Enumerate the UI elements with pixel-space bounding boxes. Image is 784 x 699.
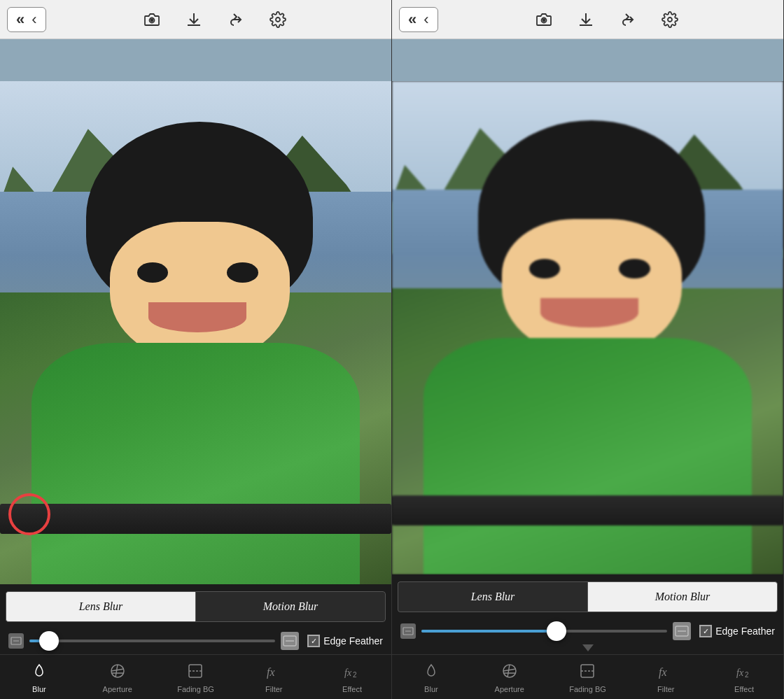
svg-point-18: [668, 17, 672, 22]
slider-icon-small-right: [400, 623, 416, 639]
svg-line-8: [115, 665, 118, 677]
svg-point-2: [276, 17, 280, 22]
filter-icon-right: fx: [657, 662, 675, 683]
nav-fadingbg-left[interactable]: Fading BG: [157, 659, 235, 696]
lens-blur-btn-right[interactable]: Lens Blur: [398, 581, 587, 612]
camera-icon-right[interactable]: [533, 10, 555, 29]
slider-fill-right: [421, 630, 556, 633]
motion-blur-btn-left[interactable]: Motion Blur: [195, 591, 386, 622]
effect-icon-left: fx 2: [343, 662, 361, 683]
top-bar-center-left: [46, 10, 384, 29]
blur-type-row-left: Lens Blur Motion Blur: [6, 591, 386, 622]
fadingbg-icon-right: [578, 662, 596, 683]
edge-feather-checkbox-left[interactable]: ✓: [307, 635, 320, 647]
left-panel: « ‹: [0, 0, 392, 699]
camera-icon-left[interactable]: [141, 10, 163, 29]
nav-fadingbg-right[interactable]: Fading BG: [549, 659, 627, 696]
slider-row-left: ✓ Edge Feather: [0, 628, 391, 654]
nav-effect-right[interactable]: fx 2 Effect: [705, 659, 783, 696]
svg-text:fx: fx: [267, 666, 275, 679]
svg-text:fx: fx: [736, 668, 744, 678]
grey-top-right: [392, 39, 783, 81]
image-right: [392, 81, 783, 574]
nav-aperture-right[interactable]: Aperture: [470, 659, 549, 696]
svg-text:fx: fx: [659, 666, 667, 679]
svg-line-25: [503, 669, 516, 671]
edge-feather-text-right: Edge Feather: [715, 626, 775, 637]
back-double-left[interactable]: «: [13, 9, 27, 30]
edge-feather-text-left: Edge Feather: [323, 635, 383, 647]
effect-label-left: Effect: [342, 685, 362, 693]
back-single-right[interactable]: ‹: [421, 9, 431, 30]
slider-row-right: ✓ Edge Feather: [392, 618, 783, 644]
slider-icon-large-right: [673, 622, 691, 640]
nav-group-right: « ‹: [399, 7, 438, 32]
svg-line-9: [111, 669, 124, 671]
svg-text:fx: fx: [344, 668, 352, 678]
blur-label-right: Blur: [424, 685, 438, 693]
effect-icon-right: fx 2: [735, 662, 753, 683]
settings-icon-right[interactable]: [659, 10, 681, 29]
edge-feather-label-right: ✓ Edge Feather: [699, 625, 775, 637]
aperture-icon-right: [500, 662, 519, 683]
slider-icon-small-left: [8, 633, 24, 649]
aperture-label-left: Aperture: [103, 685, 132, 693]
svg-line-24: [507, 665, 510, 677]
top-bar-center-right: [438, 10, 776, 29]
arrow-down-icon: [582, 644, 594, 651]
fadingbg-label-right: Fading BG: [569, 685, 606, 693]
top-bar-left: « ‹: [0, 0, 391, 39]
svg-text:2: 2: [353, 671, 357, 679]
filter-label-right: Filter: [657, 685, 674, 693]
bottom-nav-right: Blur Aperture: [392, 654, 783, 699]
blur-type-row-right: Lens Blur Motion Blur: [398, 581, 778, 612]
nav-blur-right[interactable]: Blur: [392, 659, 470, 696]
photo-canvas-right: [392, 81, 783, 574]
motion-blur-btn-right[interactable]: Motion Blur: [587, 581, 778, 612]
download-icon-right[interactable]: [575, 10, 597, 29]
back-single-left[interactable]: ‹: [29, 9, 39, 30]
edge-feather-checkbox-right[interactable]: ✓: [699, 625, 712, 637]
lens-blur-btn-left[interactable]: Lens Blur: [6, 591, 195, 622]
effect-label-right: Effect: [734, 685, 754, 693]
grey-top-left: [0, 39, 391, 81]
image-left: [0, 81, 391, 584]
blur-icon-right: [422, 662, 440, 683]
svg-point-17: [543, 19, 545, 21]
back-double-right[interactable]: «: [405, 9, 419, 30]
fadingbg-label-left: Fading BG: [177, 685, 214, 693]
slider-icon-large-left: [281, 632, 299, 650]
top-bar-right: « ‹: [392, 0, 783, 39]
bottom-controls-left: Lens Blur Motion Blur ✓: [0, 584, 391, 699]
slider-track-left[interactable]: [29, 640, 275, 642]
svg-point-1: [151, 19, 153, 21]
bottom-controls-right: Lens Blur Motion Blur ✓: [392, 574, 783, 699]
share-icon-right[interactable]: [617, 10, 639, 29]
aperture-icon-left: [108, 662, 127, 683]
bottom-nav-left: Blur Aperture: [0, 654, 391, 699]
blur-icon-left: [30, 662, 48, 683]
fadingbg-icon-left: [186, 662, 204, 683]
aperture-label-right: Aperture: [495, 685, 524, 693]
arrow-indicator: [392, 644, 783, 654]
slider-track-right[interactable]: [421, 630, 667, 633]
slider-thumb-right[interactable]: [547, 621, 566, 641]
slider-thumb-left[interactable]: [39, 631, 59, 651]
share-icon-left[interactable]: [225, 10, 247, 29]
nav-filter-right[interactable]: fx Filter: [626, 659, 705, 696]
nav-effect-left[interactable]: fx 2 Effect: [313, 659, 391, 696]
blur-label-left: Blur: [32, 685, 46, 693]
nav-aperture-left[interactable]: Aperture: [78, 659, 157, 696]
nav-group-left: « ‹: [7, 7, 46, 32]
filter-icon-left: fx: [265, 662, 283, 683]
edge-feather-label-left: ✓ Edge Feather: [307, 635, 383, 647]
settings-icon-left[interactable]: [267, 10, 289, 29]
nav-blur-left[interactable]: Blur: [0, 659, 78, 696]
filter-label-left: Filter: [265, 685, 282, 693]
svg-text:2: 2: [745, 671, 749, 679]
download-icon-left[interactable]: [183, 10, 205, 29]
right-panel: « ‹: [392, 0, 784, 699]
photo-canvas-left: [0, 81, 391, 584]
nav-filter-left[interactable]: fx Filter: [234, 659, 313, 696]
